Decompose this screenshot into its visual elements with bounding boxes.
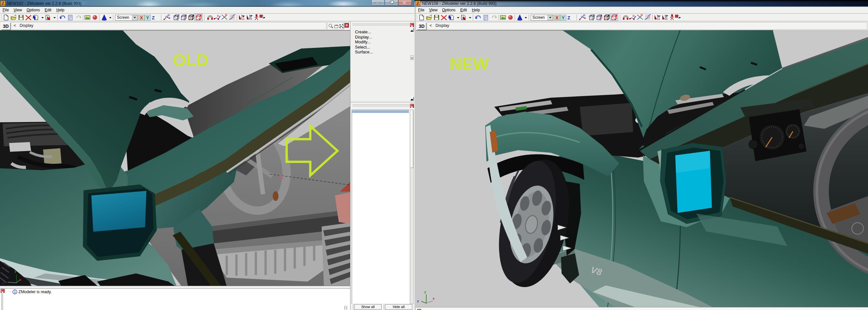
svg-text:y: y <box>14 270 17 273</box>
svg-text:z: z <box>3 281 4 285</box>
svg-text:x: x <box>433 297 435 300</box>
svg-text:NEW: NEW <box>450 55 489 73</box>
svg-text:OLD: OLD <box>173 51 209 70</box>
svg-text:x: x <box>20 278 21 281</box>
svg-text:z: z <box>417 299 419 303</box>
svg-text:y: y <box>424 290 426 294</box>
